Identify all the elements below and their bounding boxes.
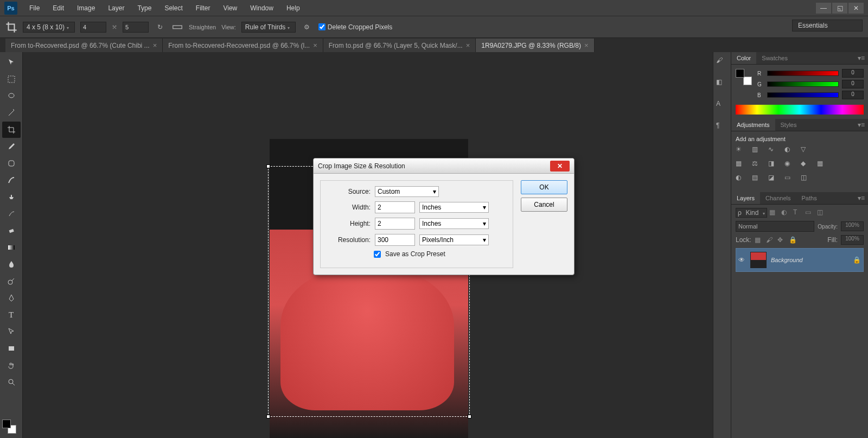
filter-smart-icon[interactable]: ◫ — [817, 208, 827, 217]
settings-gear-icon[interactable]: ⚙ — [301, 21, 313, 33]
character-panel-icon[interactable]: A — [716, 100, 728, 112]
brightness-icon[interactable]: ☀ — [736, 145, 748, 156]
tab-close-icon[interactable]: × — [584, 41, 589, 49]
menu-view[interactable]: View — [216, 1, 244, 15]
menu-type[interactable]: Type — [131, 1, 158, 15]
height-input[interactable] — [375, 218, 415, 230]
tab-adjustments[interactable]: Adjustments — [731, 119, 775, 131]
width-input[interactable] — [375, 201, 415, 213]
swap-dimensions-icon[interactable]: ⤧ — [112, 23, 117, 31]
hand-tool[interactable] — [2, 357, 21, 373]
eraser-tool[interactable] — [2, 223, 21, 239]
crop-preset-select[interactable]: 4 x 5 (8 x 10) — [23, 22, 75, 33]
document-tab[interactable]: 1R9A0279.JPG @ 8.33% (RGB/8)× — [476, 39, 594, 52]
close-window-button[interactable]: ✕ — [848, 3, 864, 14]
panel-menu-icon[interactable]: ▾≡ — [854, 52, 868, 64]
zoom-tool[interactable] — [2, 374, 21, 390]
magic-wand-tool[interactable] — [2, 105, 21, 121]
rectangle-tool[interactable] — [2, 340, 21, 357]
panel-menu-icon[interactable]: ▾≡ — [854, 119, 868, 131]
tab-swatches[interactable]: Swatches — [756, 52, 793, 64]
workspace-select[interactable]: Essentials — [792, 20, 863, 31]
menu-help[interactable]: Help — [280, 1, 307, 15]
pen-tool[interactable] — [2, 290, 21, 306]
tab-close-icon[interactable]: × — [313, 41, 317, 49]
green-slider[interactable] — [767, 81, 839, 87]
curves-icon[interactable]: ∿ — [768, 145, 780, 156]
brush-tool[interactable] — [2, 172, 21, 188]
crop-tool[interactable] — [2, 122, 21, 138]
document-tab[interactable]: From to-Recovered.psd @ 66.7% (Cute Chib… — [5, 39, 163, 52]
menu-filter[interactable]: Filter — [189, 1, 217, 15]
menu-window[interactable]: Window — [244, 1, 280, 15]
straighten-icon[interactable] — [171, 21, 183, 33]
layer-row-background[interactable]: 👁 Background 🔒 — [736, 248, 864, 272]
move-tool[interactable] — [2, 54, 21, 71]
path-selection-tool[interactable] — [2, 323, 21, 340]
save-preset-checkbox[interactable] — [374, 251, 381, 258]
height-unit-select[interactable]: Inches▾ — [419, 218, 489, 229]
dodge-tool[interactable] — [2, 273, 21, 289]
paragraph-panel-icon[interactable]: ¶ — [716, 122, 728, 134]
r-value[interactable]: 0 — [842, 69, 864, 78]
tab-close-icon[interactable]: × — [466, 41, 470, 49]
tab-paths[interactable]: Paths — [796, 192, 822, 204]
resolution-unit-select[interactable]: Pixels/Inch▾ — [419, 234, 489, 245]
history-brush-tool[interactable] — [2, 206, 21, 222]
g-value[interactable]: 0 — [842, 80, 864, 88]
ok-button[interactable]: OK — [521, 180, 567, 194]
maximize-button[interactable]: ◱ — [832, 3, 847, 14]
opacity-value[interactable]: 100% — [841, 221, 864, 231]
channel-mixer-icon[interactable]: ◆ — [801, 160, 813, 170]
lock-all-icon[interactable]: 🔒 — [789, 236, 797, 244]
filter-type-icon[interactable]: T — [793, 208, 803, 217]
straighten-button[interactable]: Straighten — [189, 24, 216, 30]
lookup-icon[interactable]: ▦ — [817, 160, 829, 170]
document-tab[interactable]: From to.psd @ 66.7% (Layer 5, Quick Mask… — [323, 39, 476, 52]
delete-cropped-check[interactable] — [318, 23, 326, 30]
invert-icon[interactable]: ◐ — [736, 174, 748, 185]
minimize-button[interactable]: — — [816, 3, 831, 14]
exposure-icon[interactable]: ◐ — [784, 145, 796, 156]
overlay-select[interactable]: Rule of Thirds — [241, 22, 296, 33]
foreground-background-colors[interactable] — [0, 417, 22, 436]
close-icon[interactable]: ✕ — [550, 161, 570, 172]
crop-height-input[interactable] — [123, 22, 149, 33]
tab-channels[interactable]: Channels — [760, 192, 796, 204]
levels-icon[interactable]: ▥ — [752, 145, 764, 156]
delete-cropped-checkbox[interactable]: Delete Cropped Pixels — [318, 23, 392, 31]
source-select[interactable]: Custom▾ — [375, 186, 439, 197]
menu-image[interactable]: Image — [71, 1, 101, 15]
menu-file[interactable]: File — [23, 1, 46, 15]
filter-shape-icon[interactable]: ▭ — [805, 208, 815, 217]
posterize-icon[interactable]: ▤ — [752, 174, 764, 185]
tab-color[interactable]: Color — [731, 52, 756, 64]
color-spectrum[interactable] — [736, 105, 864, 115]
menu-edit[interactable]: Edit — [46, 1, 71, 15]
color-balance-icon[interactable]: ⚖ — [752, 160, 764, 170]
fill-value[interactable]: 100% — [841, 235, 864, 245]
gradient-tool[interactable] — [2, 239, 21, 256]
menu-layer[interactable]: Layer — [101, 1, 131, 15]
lock-pixels-icon[interactable]: 🖌 — [766, 236, 774, 244]
lock-position-icon[interactable]: ✥ — [777, 236, 786, 244]
tab-close-icon[interactable]: × — [153, 41, 157, 49]
photo-filter-icon[interactable]: ◉ — [784, 160, 796, 170]
eyedropper-tool[interactable] — [2, 138, 21, 155]
hue-icon[interactable]: ▦ — [736, 160, 748, 170]
cancel-button[interactable]: Cancel — [521, 198, 567, 212]
filter-pixel-icon[interactable]: ▦ — [769, 208, 779, 217]
filter-adjustment-icon[interactable]: ◐ — [781, 208, 791, 217]
resolution-input[interactable] — [375, 234, 415, 246]
tab-layers[interactable]: Layers — [731, 192, 760, 204]
refresh-icon[interactable]: ↻ — [154, 21, 166, 33]
gradient-map-icon[interactable]: ▭ — [784, 174, 796, 185]
properties-panel-icon[interactable]: ◧ — [716, 78, 728, 90]
canvas-area[interactable]: Crop Image Size & Resolution ✕ Source: C… — [23, 52, 713, 438]
crop-width-input[interactable] — [80, 22, 106, 33]
red-slider[interactable] — [767, 71, 839, 76]
filter-kind-select[interactable]: ρKind — [736, 208, 767, 218]
bw-icon[interactable]: ◨ — [768, 160, 780, 170]
dialog-title-bar[interactable]: Crop Image Size & Resolution ✕ — [314, 158, 574, 174]
selective-color-icon[interactable]: ◫ — [801, 174, 813, 185]
